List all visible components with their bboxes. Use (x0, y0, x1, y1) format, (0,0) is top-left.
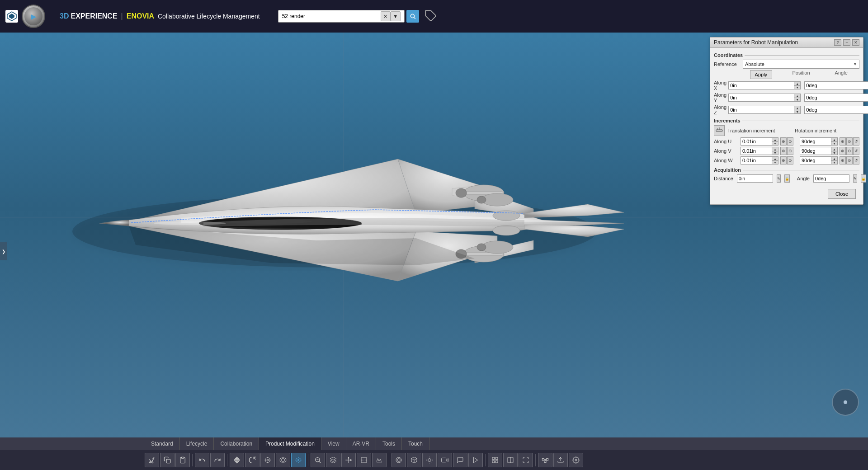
along-w-rbtn3[interactable]: ↺ (853, 156, 859, 164)
params-help-button[interactable]: ? (834, 39, 841, 46)
axis-button[interactable] (341, 453, 356, 467)
copy-button[interactable] (160, 453, 175, 467)
along-y-pos-spin-down[interactable]: ▼ (794, 98, 801, 102)
undo-button[interactable] (195, 453, 209, 467)
tag-icon[interactable] (425, 9, 437, 24)
along-w-rot-input[interactable] (800, 156, 831, 164)
along-u-rot-down[interactable]: ▼ (831, 141, 838, 146)
compass-widget[interactable] (832, 389, 859, 416)
angle-lock-btn[interactable]: 🔓 (861, 174, 866, 183)
along-u-rbtn2[interactable]: ⊙ (846, 137, 853, 146)
params-minimize-button[interactable]: − (843, 39, 850, 46)
along-v-btn1[interactable]: ⊕ (780, 147, 787, 155)
reference-select[interactable]: Absolute ▼ (743, 60, 859, 69)
along-v-trans-up[interactable]: ▲ (772, 147, 778, 151)
distance-lock-btn[interactable]: 🔓 (784, 174, 790, 183)
along-u-btn2[interactable]: ⊙ (787, 137, 793, 146)
render-button[interactable] (392, 453, 406, 467)
tab-touch[interactable]: Touch (402, 437, 429, 450)
angle-edit-btn[interactable]: ✎ (853, 174, 857, 183)
along-u-rot-up[interactable]: ▲ (831, 137, 838, 141)
along-u-trans-down[interactable]: ▼ (772, 141, 778, 146)
view-cube-button[interactable] (326, 453, 340, 467)
explode-button[interactable] (276, 453, 290, 467)
redo-button[interactable] (210, 453, 225, 467)
tab-tools[interactable]: Tools (376, 437, 402, 450)
left-expand-arrow[interactable]: ❯ (0, 242, 7, 260)
split-view-button[interactable] (503, 453, 518, 467)
camera-button[interactable] (438, 453, 452, 467)
along-v-rbtn2[interactable]: ⊙ (846, 147, 853, 155)
along-u-rbtn3[interactable]: ↺ (853, 137, 859, 146)
along-w-rbtn1[interactable]: ⊕ (840, 156, 846, 164)
along-z-pos-input[interactable]: 0in (728, 106, 794, 114)
along-v-rbtn1[interactable]: ⊕ (840, 147, 846, 155)
annotation-button[interactable] (453, 453, 467, 467)
cut-button[interactable] (145, 453, 159, 467)
along-v-btn2[interactable]: ⊙ (787, 147, 793, 155)
angle-acq-input[interactable] (813, 174, 849, 183)
along-u-btn1[interactable]: ⊕ (780, 137, 787, 146)
along-z-angle-input[interactable]: 0deg (804, 106, 868, 114)
distance-edit-btn[interactable]: ✎ (777, 174, 781, 183)
along-x-pos-spin-up[interactable]: ▲ (794, 81, 801, 85)
along-w-btn2[interactable]: ⊙ (787, 156, 793, 164)
params-close-button[interactable]: ✕ (852, 39, 859, 46)
along-u-rbtn1[interactable]: ⊕ (840, 137, 846, 146)
material-button[interactable] (407, 453, 421, 467)
close-button[interactable]: Close (828, 189, 856, 199)
along-z-pos-spin-down[interactable]: ▼ (794, 110, 801, 114)
ds-logo[interactable] (5, 10, 18, 23)
compass-button[interactable]: ▶ (22, 5, 45, 28)
tab-lifecycle[interactable]: Lifecycle (180, 437, 214, 450)
light-button[interactable] (422, 453, 437, 467)
manipulator-button[interactable] (291, 453, 306, 467)
expand-button[interactable] (519, 453, 533, 467)
along-x-pos-spin-down[interactable]: ▼ (794, 85, 801, 89)
along-w-rot-up[interactable]: ▲ (831, 156, 838, 160)
assembly-button[interactable] (538, 453, 552, 467)
along-y-pos-spin-up[interactable]: ▲ (794, 94, 801, 98)
grid-button[interactable] (488, 453, 502, 467)
along-u-trans-input[interactable] (741, 137, 772, 146)
tab-ar-vr[interactable]: AR-VR (346, 437, 376, 450)
along-z-pos-spin-up[interactable]: ▲ (794, 106, 801, 110)
distance-input[interactable] (737, 174, 773, 183)
section-button[interactable] (357, 453, 371, 467)
along-w-trans-down[interactable]: ▼ (772, 160, 778, 164)
along-w-rbtn2[interactable]: ⊙ (846, 156, 853, 164)
search-go-button[interactable] (406, 10, 419, 23)
settings-button[interactable] (569, 453, 583, 467)
along-w-trans-input[interactable] (741, 156, 772, 164)
along-w-btn1[interactable]: ⊕ (780, 156, 787, 164)
along-u-rot-input[interactable] (800, 137, 831, 146)
apply-button[interactable]: Apply (750, 70, 773, 79)
paste-button[interactable] (175, 453, 190, 467)
along-x-pos-input[interactable]: 0in (728, 81, 794, 89)
snap-button[interactable] (260, 453, 275, 467)
along-w-trans-up[interactable]: ▲ (772, 156, 778, 160)
along-y-angle-input[interactable]: 0deg (804, 94, 868, 102)
tab-view[interactable]: View (321, 437, 346, 450)
simulation-button[interactable] (468, 453, 483, 467)
along-v-trans-down[interactable]: ▼ (772, 151, 778, 155)
tab-standard[interactable]: Standard (145, 437, 180, 450)
increment-icon[interactable] (714, 125, 725, 136)
along-x-angle-input[interactable]: 0deg (804, 81, 868, 89)
along-w-rot-down[interactable]: ▼ (831, 160, 838, 164)
along-v-rot-up[interactable]: ▲ (831, 147, 838, 151)
along-v-rbtn3[interactable]: ↺ (853, 147, 859, 155)
search-input[interactable]: 52 render (282, 13, 381, 19)
measure-button[interactable] (372, 453, 387, 467)
rotate-button[interactable] (245, 453, 259, 467)
along-v-rot-down[interactable]: ▼ (831, 151, 838, 155)
along-v-trans-input[interactable] (741, 147, 772, 155)
along-v-rot-input[interactable] (800, 147, 831, 155)
along-u-trans-up[interactable]: ▲ (772, 137, 778, 141)
move-button[interactable] (230, 453, 244, 467)
tab-product-modification[interactable]: Product Modification (259, 437, 321, 450)
publish-button[interactable] (553, 453, 568, 467)
tab-collaboration[interactable]: Collaboration (214, 437, 259, 450)
zoom-fit-button[interactable] (311, 453, 325, 467)
search-filter-button[interactable]: ▼ (391, 11, 401, 21)
